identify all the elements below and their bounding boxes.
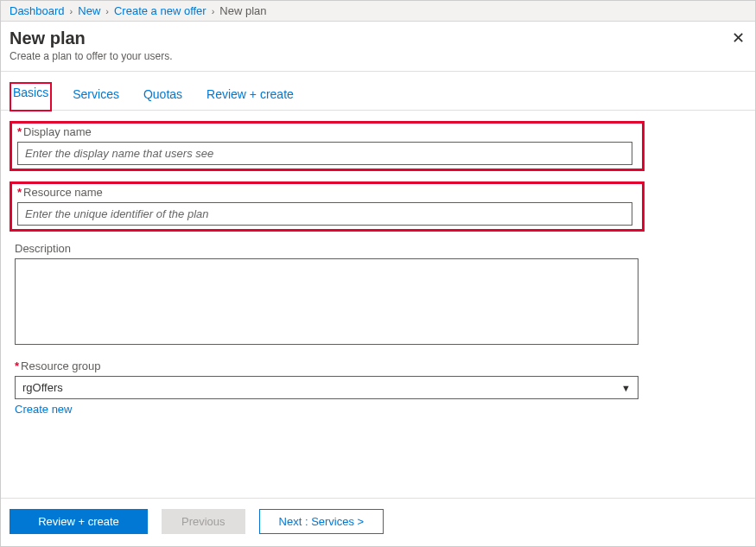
description-label: Description	[15, 242, 746, 255]
page-subtitle: Create a plan to offer to your users.	[10, 50, 746, 62]
review-create-button[interactable]: Review + create	[10, 509, 148, 534]
form: *Display name *Resource name Description…	[1, 111, 755, 416]
breadcrumb-new[interactable]: New	[78, 4, 100, 17]
next-button[interactable]: Next : Services >	[259, 509, 384, 534]
display-name-label: *Display name	[17, 124, 637, 138]
resource-name-input[interactable]	[18, 203, 632, 225]
required-mark: *	[17, 186, 22, 199]
resource-group-field: *Resource group rgOffers ▼ Create new	[10, 359, 746, 416]
resource-name-label-text: Resource name	[23, 186, 103, 199]
breadcrumb-current: New plan	[219, 4, 266, 17]
resource-name-group: *Resource name	[10, 181, 645, 232]
breadcrumb-dashboard[interactable]: Dashboard	[10, 4, 65, 17]
display-name-input-wrap	[17, 142, 632, 165]
page-title: New plan	[10, 29, 746, 48]
chevron-right-icon: ›	[212, 6, 215, 16]
tab-review-create[interactable]: Review + create	[203, 82, 297, 110]
tab-services[interactable]: Services	[69, 82, 123, 110]
description-group: Description	[10, 242, 746, 347]
previous-button: Previous	[162, 509, 245, 534]
breadcrumb-create-offer[interactable]: Create a new offer	[114, 4, 206, 17]
required-mark: *	[15, 359, 19, 372]
chevron-right-icon: ›	[70, 6, 73, 16]
tabs: Basics Services Quotas Review + create	[1, 72, 755, 111]
resource-group-label: *Resource group	[15, 359, 746, 372]
tab-basics-label: Basics	[13, 86, 48, 99]
breadcrumb: Dashboard › New › Create a new offer › N…	[1, 1, 755, 22]
chevron-down-icon: ▼	[621, 383, 631, 393]
page-header: New plan Create a plan to offer to your …	[1, 22, 755, 72]
tab-basics[interactable]: Basics	[10, 82, 52, 111]
resource-name-label: *Resource name	[17, 184, 637, 199]
display-name-input[interactable]	[18, 143, 632, 164]
footer: Review + create Previous Next : Services…	[1, 498, 755, 544]
resource-group-label-text: Resource group	[21, 359, 101, 372]
description-input[interactable]	[15, 258, 638, 345]
resource-name-input-wrap	[17, 202, 632, 226]
resource-group-select[interactable]: rgOffers ▼	[15, 376, 638, 399]
resource-group-value: rgOffers	[22, 381, 63, 394]
display-name-group: *Display name	[10, 121, 645, 171]
display-name-label-text: Display name	[23, 125, 92, 138]
tab-quotas[interactable]: Quotas	[140, 82, 186, 110]
chevron-right-icon: ›	[105, 6, 109, 16]
create-new-link[interactable]: Create new	[15, 403, 72, 416]
close-icon[interactable]: ✕	[732, 30, 745, 46]
required-mark: *	[17, 125, 22, 138]
